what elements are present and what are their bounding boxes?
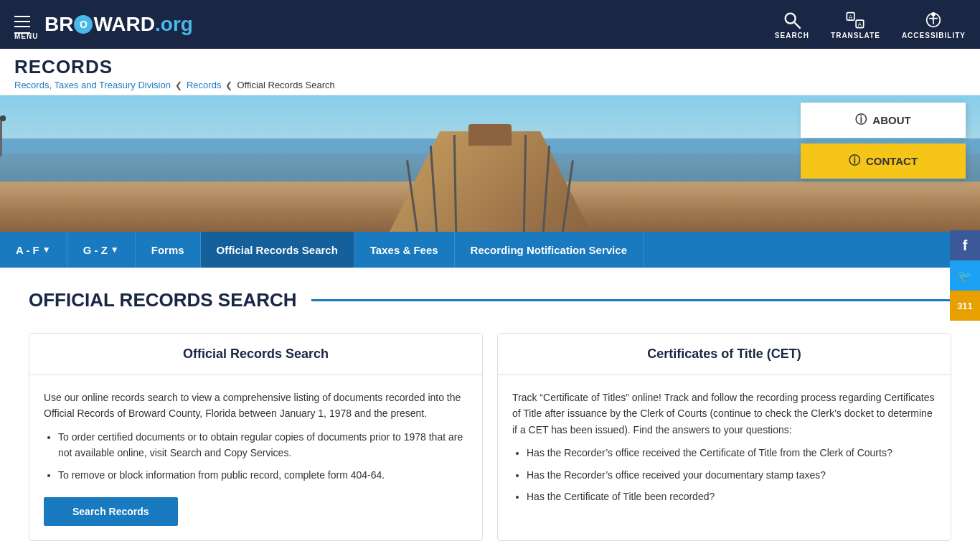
certificates-card-body: Track “Certificate of Titles” online! Tr… [498, 375, 951, 524]
nav-item-official-records[interactable]: Official Records Search [201, 232, 354, 268]
social-sidebar: f 🐦 311 [950, 230, 980, 321]
svg-point-6 [932, 11, 936, 16]
breadcrumb-link-division[interactable]: Records, Taxes and Treasury Division [14, 80, 171, 90]
contact-button[interactable]: ⓘ CONTACT [801, 143, 966, 179]
list-item: Has the Recorder’s office received your … [527, 467, 936, 483]
accessibility-button[interactable]: ACCESSIBILITY [902, 10, 966, 39]
chevron-down-icon: ▼ [110, 245, 119, 255]
svg-text:A: A [858, 22, 862, 28]
breadcrumb-link-records[interactable]: Records [187, 80, 221, 90]
certificates-of-title-card: Certificates of Title (CET) Track “Certi… [497, 333, 951, 541]
breadcrumb-current: Official Records Search [237, 80, 334, 90]
page-title: RECORDS [14, 56, 966, 78]
question-icon: ⓘ [855, 113, 867, 128]
certificates-intro: Track “Certificate of Titles” online! Tr… [512, 390, 936, 438]
cards-row: Official Records Search Use our online r… [29, 333, 951, 541]
311-label: 311 [957, 301, 973, 311]
about-button[interactable]: ⓘ ABOUT [801, 103, 966, 138]
official-records-card-body: Use our online records search to view a … [29, 375, 482, 540]
hero-image: ⓘ ABOUT ⓘ CONTACT [0, 95, 980, 232]
search-records-button[interactable]: Search Records [44, 497, 178, 526]
official-records-card-header: Official Records Search [29, 334, 482, 375]
chevron-down-icon: ▼ [42, 245, 51, 255]
twitter-icon: 🐦 [958, 269, 972, 283]
311-button[interactable]: 311 [950, 291, 980, 321]
list-item: Has the Recorder’s office received the C… [527, 445, 936, 461]
site-logo[interactable]: BR O WARD .org [44, 13, 193, 36]
menu-button[interactable]: MENU [14, 16, 30, 34]
svg-text:A: A [849, 14, 853, 20]
breadcrumb-area: RECORDS Records, Taxes and Treasury Divi… [0, 49, 980, 95]
facebook-icon: f [963, 237, 968, 254]
official-records-intro: Use our online records search to view a … [44, 390, 468, 422]
svg-point-0 [786, 13, 796, 23]
hero-side-buttons: ⓘ ABOUT ⓘ CONTACT [801, 103, 966, 179]
breadcrumb-separator-2: ❮ [225, 80, 232, 90]
main-content: OFFICIAL RECORDS SEARCH Official Records… [0, 268, 980, 551]
official-records-card: Official Records Search Use our online r… [29, 333, 483, 541]
twitter-button[interactable]: 🐦 [950, 260, 980, 291]
accessibility-icon [923, 10, 943, 30]
breadcrumb-separator-1: ❮ [175, 80, 182, 90]
search-icon [782, 10, 802, 30]
search-button[interactable]: SEARCH [775, 10, 809, 39]
certificates-card-header: Certificates of Title (CET) [498, 334, 951, 375]
nav-item-af[interactable]: A - F ▼ [0, 232, 67, 268]
list-item: To order certified documents or to obtai… [58, 429, 468, 461]
official-records-bullets: To order certified documents or to obtai… [58, 429, 468, 483]
section-heading: OFFICIAL RECORDS SEARCH [29, 289, 297, 311]
contact-icon: ⓘ [849, 154, 860, 169]
section-navigation: A - F ▼ G - Z ▼ Forms Official Records S… [0, 232, 980, 268]
list-item: To remove or block information from publ… [58, 467, 468, 483]
translate-icon: A A [845, 10, 865, 30]
nav-item-taxes[interactable]: Taxes & Fees [354, 232, 455, 268]
translate-button[interactable]: A A TRANSLATE [831, 10, 880, 39]
menu-label: MENU [14, 32, 30, 34]
list-item: Has the Certificate of Title been record… [527, 489, 936, 504]
section-title-divider [311, 299, 951, 301]
certificates-bullets: Has the Recorder’s office received the C… [527, 445, 936, 504]
breadcrumb: Records, Taxes and Treasury Division ❮ R… [14, 80, 966, 90]
svg-line-1 [794, 22, 800, 28]
top-navigation: MENU BR O WARD .org SEARCH A A TRANSLATE [0, 0, 980, 49]
nav-item-recording-notification[interactable]: Recording Notification Service [455, 232, 644, 268]
section-title-row: OFFICIAL RECORDS SEARCH [29, 289, 951, 311]
nav-item-gz[interactable]: G - Z ▼ [67, 232, 136, 268]
facebook-button[interactable]: f [950, 230, 980, 260]
nav-item-forms[interactable]: Forms [136, 232, 201, 268]
